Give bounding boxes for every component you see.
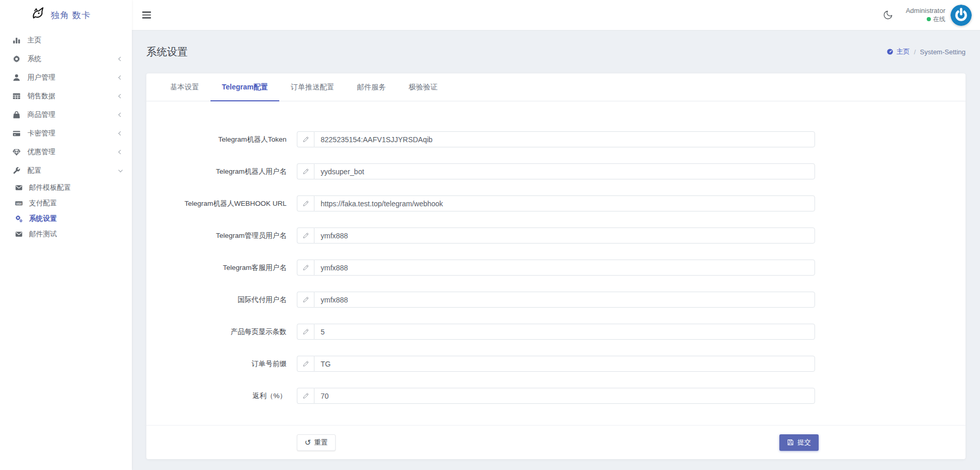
- chevron-left-icon: [118, 75, 123, 80]
- sidebar-item-system-setting[interactable]: 系统设置: [0, 211, 132, 226]
- pencil-icon: [297, 324, 314, 340]
- sidebar-item-products[interactable]: 商品管理: [0, 105, 132, 124]
- field-label: Telegram机器人WEBHOOK URL: [146, 199, 293, 208]
- credit-card-icon: [12, 129, 21, 138]
- pencil-icon: [297, 388, 314, 404]
- dashboard-icon: [886, 48, 894, 55]
- chevron-left-icon: [118, 57, 123, 61]
- pencil-icon: [297, 163, 314, 179]
- visa-icon: VISA: [15, 200, 23, 207]
- sidebar-item-coupons[interactable]: 优惠管理: [0, 143, 132, 161]
- save-icon: [787, 439, 794, 446]
- tab-basic-settings[interactable]: 基本设置: [159, 73, 210, 101]
- sidebar-item-label: 卡密管理: [27, 129, 55, 138]
- chart-bar-icon: [12, 36, 21, 45]
- sidebar-item-label: 配置: [27, 166, 41, 175]
- field-label: Telegram机器人用户名: [146, 167, 293, 176]
- tab-email-service[interactable]: 邮件服务: [345, 73, 397, 101]
- telegram-bot-username-input[interactable]: [314, 163, 815, 179]
- brand-title: 独角 数卡: [51, 9, 91, 21]
- topbar-right: Administrator 在线: [883, 5, 972, 26]
- power-logo-icon: [951, 5, 972, 26]
- tab-telegram-config[interactable]: Telegram配置: [210, 73, 279, 101]
- dark-mode-toggle[interactable]: [883, 10, 893, 20]
- submit-button[interactable]: 提交: [779, 434, 819, 451]
- order-prefix-input[interactable]: [314, 356, 815, 372]
- field-label: 返利（%）: [146, 391, 293, 401]
- sidebar-item-email-test[interactable]: 邮件测试: [0, 226, 132, 242]
- user-status: 在线: [906, 16, 945, 24]
- submit-button-label: 提交: [797, 438, 811, 447]
- shopping-bag-icon: [12, 111, 21, 119]
- main-area: Administrator 在线 系统设置: [132, 0, 980, 470]
- brand[interactable]: 独角 数卡: [0, 0, 132, 30]
- form-row: 产品每页显示条数: [146, 324, 966, 340]
- table-icon: [12, 92, 21, 101]
- gear-icon: [12, 55, 21, 64]
- user-menu[interactable]: Administrator 在线: [906, 7, 945, 23]
- pencil-icon: [297, 292, 314, 308]
- gem-icon: [12, 148, 21, 157]
- avatar[interactable]: [951, 5, 972, 26]
- rebate-percent-input[interactable]: [314, 388, 815, 404]
- chevron-left-icon: [118, 131, 123, 135]
- pencil-icon: [297, 356, 314, 372]
- form-row: Telegram管理员用户名: [146, 228, 966, 244]
- page-header: 系统设置 主页 / System-Setting: [146, 30, 966, 73]
- topbar: Administrator 在线: [132, 0, 980, 30]
- breadcrumb-separator: /: [914, 48, 916, 56]
- pencil-icon: [297, 260, 314, 276]
- settings-card: 基本设置 Telegram配置 订单推送配置 邮件服务 极验验证 Telegra…: [146, 73, 966, 459]
- form-row: 订单号前缀: [146, 356, 966, 372]
- sidebar-item-sales-data[interactable]: 销售数据: [0, 87, 132, 105]
- form-row: 国际代付用户名: [146, 292, 966, 308]
- chevron-left-icon: [118, 113, 123, 117]
- form-row: Telegram机器人用户名: [146, 163, 966, 179]
- sidebar-item-system[interactable]: 系统: [0, 50, 132, 68]
- telegram-support-username-input[interactable]: [314, 260, 815, 276]
- sidebar-item-label: 用户管理: [27, 73, 55, 82]
- wrench-icon: [12, 166, 21, 175]
- sidebar-item-label: 主页: [27, 36, 41, 45]
- sidebar-item-card-secrets[interactable]: 卡密管理: [0, 124, 132, 143]
- user-icon: [12, 73, 21, 82]
- sidebar-item-payment-config[interactable]: VISA 支付配置: [0, 195, 132, 211]
- tab-order-push-config[interactable]: 订单推送配置: [279, 73, 345, 101]
- user-name: Administrator: [906, 7, 945, 16]
- pencil-icon: [297, 131, 314, 147]
- breadcrumb-current: System-Setting: [920, 48, 966, 56]
- breadcrumb: 主页 / System-Setting: [886, 47, 966, 56]
- hamburger-menu-button[interactable]: [141, 9, 152, 21]
- chevron-left-icon: [118, 94, 123, 98]
- chevron-down-icon: [118, 168, 123, 172]
- products-per-page-input[interactable]: [314, 324, 815, 340]
- reset-icon: ↺: [305, 438, 311, 446]
- field-label: Telegram客服用户名: [146, 263, 293, 272]
- sidebar-item-label: 销售数据: [27, 92, 55, 101]
- breadcrumb-home-link[interactable]: 主页: [886, 47, 910, 56]
- telegram-admin-username-input[interactable]: [314, 228, 815, 244]
- form-row: 返利（%）: [146, 388, 966, 404]
- telegram-bot-token-input[interactable]: [314, 131, 815, 147]
- reset-button[interactable]: ↺ 重置: [297, 434, 336, 451]
- sidebar-menu: 主页 系统 用户管理 销售数据: [0, 30, 132, 242]
- svg-text:VISA: VISA: [16, 203, 22, 205]
- field-label: 产品每页显示条数: [146, 327, 293, 337]
- form-row: Telegram客服用户名: [146, 260, 966, 276]
- content: 系统设置 主页 / System-Setting: [132, 30, 980, 470]
- sidebar-item-email-template-config[interactable]: 邮件模板配置: [0, 180, 132, 195]
- chevron-left-icon: [118, 150, 123, 154]
- sidebar-item-users[interactable]: 用户管理: [0, 68, 132, 87]
- sidebar-item-home[interactable]: 主页: [0, 31, 132, 50]
- tab-geetest[interactable]: 极验验证: [397, 73, 449, 101]
- cogs-icon: [15, 215, 23, 223]
- sidebar-item-config[interactable]: 配置: [0, 161, 132, 180]
- breadcrumb-home-label: 主页: [896, 47, 910, 56]
- sidebar-item-label: 支付配置: [29, 199, 57, 208]
- envelope-icon: [15, 231, 23, 238]
- sidebar-item-label: 系统设置: [29, 214, 57, 223]
- pencil-icon: [297, 228, 314, 244]
- telegram-webhook-url-input[interactable]: [314, 195, 815, 211]
- pencil-icon: [297, 195, 314, 211]
- intl-pay-username-input[interactable]: [314, 292, 815, 308]
